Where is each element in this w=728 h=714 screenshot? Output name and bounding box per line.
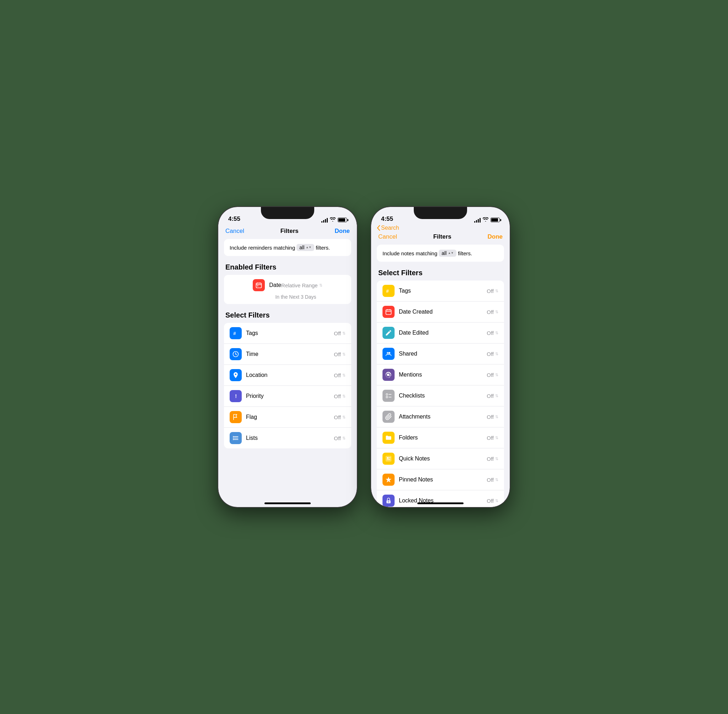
filter-value-quick-notes: Off ⇅ [487, 456, 498, 462]
phone-1-screen: 4:55 Cancel Filters Done [218, 207, 357, 507]
filter-priority-1[interactable]: ! Priority Off ⇅ [224, 386, 351, 407]
filter-value-locked-notes: Off ⇅ [487, 498, 498, 504]
svg-point-14 [233, 438, 234, 439]
svg-rect-2 [258, 283, 258, 284]
match-stepper-1[interactable]: all ▲▼ [297, 244, 314, 251]
home-indicator-2 [417, 502, 464, 504]
svg-line-8 [236, 354, 237, 355]
select-header-2: Select Filters [377, 269, 504, 280]
attachments-icon [382, 411, 395, 423]
filter-name-folders: Folders [399, 435, 487, 441]
status-icons-2 [474, 217, 500, 223]
enabled-list-1: Date Relative Range ⇅ In the Next 3 Days [224, 275, 351, 304]
cancel-button-2[interactable]: Cancel [378, 233, 397, 240]
done-button-2[interactable]: Done [487, 233, 503, 240]
lists-icon-1 [230, 432, 242, 444]
content-2: Include notes matching all ▲▼ filters. S… [371, 244, 510, 507]
enabled-filter-sub-date: In the Next 3 Days [253, 294, 322, 304]
svg-rect-24 [386, 396, 388, 398]
filter-lists-1[interactable]: Lists Off ⇅ [224, 428, 351, 448]
location-icon-1 [230, 369, 242, 381]
enabled-filter-date[interactable]: Date Relative Range ⇅ In the Next 3 Days [224, 275, 351, 304]
svg-rect-20 [389, 309, 390, 310]
filter-name-priority-1: Priority [246, 393, 334, 399]
phone-1: 4:55 Cancel Filters Done [218, 207, 357, 507]
filter-shared[interactable]: Shared Off ⇅ [377, 344, 504, 364]
svg-point-22 [388, 352, 390, 354]
filter-value-location-1: Off ⇅ [334, 372, 346, 378]
filter-value-mentions: Off ⇅ [487, 372, 498, 378]
svg-point-21 [387, 352, 388, 354]
match-prefix-2: Include notes matching [382, 250, 437, 256]
svg-rect-3 [260, 283, 261, 284]
match-box-2: Include notes matching all ▲▼ filters. [377, 244, 504, 262]
filter-folders[interactable]: Folders Off ⇅ [377, 428, 504, 448]
svg-rect-17 [386, 310, 391, 314]
filter-time-1[interactable]: Time Off ⇅ [224, 344, 351, 365]
wifi-icon-1 [330, 217, 336, 223]
filter-name-mentions: Mentions [399, 372, 487, 378]
enabled-filter-name-date: Date [269, 282, 281, 288]
done-button-1[interactable]: Done [334, 228, 350, 235]
date-edited-icon [382, 327, 395, 339]
filter-name-time-1: Time [246, 351, 334, 357]
updown-icon: ⇅ [319, 283, 322, 288]
nav-title-1: Filters [280, 228, 299, 235]
notch-2 [414, 207, 467, 219]
filter-tags-1[interactable]: # Tags Off ⇅ [224, 323, 351, 344]
filter-flag-1[interactable]: Flag Off ⇅ [224, 407, 351, 428]
nav-bar-1: Cancel Filters Done [218, 225, 357, 239]
filter-value-checklists: Off ⇅ [487, 393, 498, 399]
filter-quick-notes[interactable]: Quick Notes Off ⇅ [377, 448, 504, 470]
filter-checklists[interactable]: Checklists Off ⇅ [377, 386, 504, 406]
filter-value-attachments: Off ⇅ [487, 414, 498, 420]
filter-date-edited[interactable]: Date Edited Off ⇅ [377, 322, 504, 344]
filter-pinned-notes[interactable]: Pinned Notes Off ⇅ [377, 470, 504, 490]
filter-attachments[interactable]: Attachments Off ⇅ [377, 406, 504, 428]
date-icon [253, 279, 265, 291]
filter-value-date-edited: Off ⇅ [487, 330, 498, 336]
match-stepper-2[interactable]: all ▲▼ [439, 250, 457, 257]
stepper-arrows-2: ▲▼ [448, 252, 454, 255]
status-icons-1 [321, 217, 347, 223]
filter-mentions[interactable]: Mentions Off ⇅ [377, 364, 504, 386]
filter-value-lists-1: Off ⇅ [334, 435, 346, 441]
tags-icon-2: # [382, 285, 395, 297]
svg-point-13 [233, 436, 234, 437]
flag-icon-1 [230, 411, 242, 423]
back-button-2[interactable]: Search [377, 225, 399, 231]
filter-name-shared: Shared [399, 351, 487, 357]
svg-point-15 [233, 439, 234, 440]
svg-rect-0 [256, 283, 262, 288]
filter-name-location-1: Location [246, 372, 334, 378]
filter-value-tags-1: Off ⇅ [334, 330, 346, 336]
filter-name-date-created: Date Created [399, 309, 487, 315]
filter-name-date-edited: Date Edited [399, 330, 487, 336]
filter-name-flag-1: Flag [246, 414, 334, 420]
filter-date-created[interactable]: Date Created Off ⇅ [377, 302, 504, 322]
filter-location-1[interactable]: Location Off ⇅ [224, 365, 351, 386]
filter-value-pinned-notes: Off ⇅ [487, 477, 498, 483]
filter-value-time-1: Off ⇅ [334, 351, 346, 357]
content-1: Include reminders matching all ▲▼ filter… [218, 239, 357, 456]
match-suffix-1: filters. [316, 244, 330, 250]
svg-rect-28 [387, 457, 388, 459]
priority-icon-1: ! [230, 390, 242, 402]
shared-icon [382, 348, 395, 360]
back-bar-2: Search [371, 225, 510, 232]
home-indicator-1 [264, 502, 311, 504]
filter-name-pinned-notes: Pinned Notes [399, 477, 487, 483]
filter-value-flag-1: Off ⇅ [334, 414, 346, 420]
select-header-1: Select Filters [224, 311, 351, 323]
filter-name-attachments: Attachments [399, 414, 487, 420]
match-prefix-1: Include reminders matching [230, 244, 295, 250]
svg-rect-4 [258, 285, 258, 286]
folders-icon [382, 432, 395, 444]
wifi-icon-2 [483, 217, 488, 223]
filter-locked-notes[interactable]: Locked Notes Off ⇅ [377, 490, 504, 507]
filter-tags-2[interactable]: # Tags Off ⇅ [377, 280, 504, 302]
filter-name-quick-notes: Quick Notes [399, 456, 487, 462]
enabled-filter-value-date: Relative Range ⇅ [281, 282, 322, 288]
time-2: 4:55 [381, 216, 393, 223]
cancel-button-1[interactable]: Cancel [225, 228, 244, 235]
